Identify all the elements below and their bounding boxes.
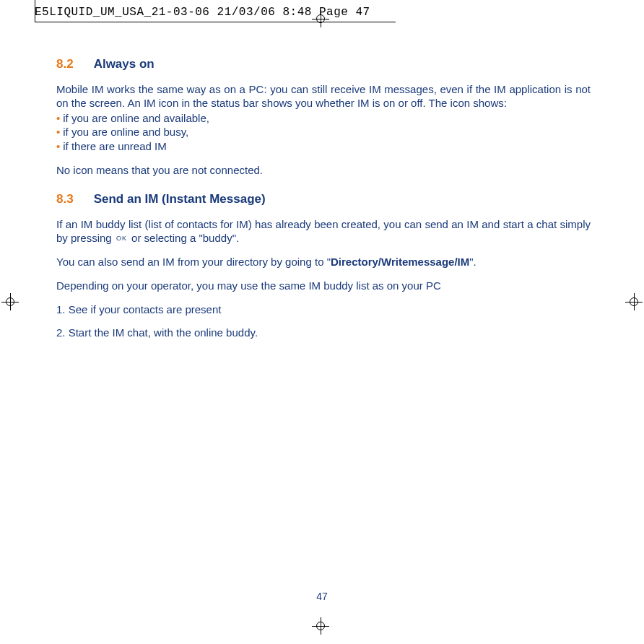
s83-p3: Depending on your operator, you may use … — [56, 279, 591, 292]
registration-mark-left — [1, 293, 19, 310]
bullet-list: •if you are online and available, •if yo… — [56, 111, 591, 153]
step-2: 2. Start the IM chat, with the online bu… — [56, 326, 591, 339]
s83-p2b: Directory/Writemessage/IM — [331, 256, 469, 268]
bullet-icon: • — [56, 140, 60, 152]
ok-key-icon: OK — [115, 235, 129, 243]
section-title-8-3: Send an IM (Instant Message) — [94, 192, 266, 206]
section-number-8-3: 8.3 — [56, 192, 74, 206]
section-title-8-2: Always on — [94, 57, 155, 71]
bullet-item: •if you are online and busy, — [56, 125, 591, 139]
bullet-item: •if there are unread IM — [56, 139, 591, 153]
page-content: 8.2Always on Mobile IM works the same wa… — [56, 56, 591, 348]
step-1: 1. See if your contacts are present — [56, 303, 591, 316]
crop-line-top — [35, 22, 396, 22]
registration-mark-top — [312, 10, 329, 27]
bullet-text: if you are online and busy, — [63, 126, 188, 138]
bullet-icon: • — [56, 112, 60, 124]
bullet-icon: • — [56, 126, 60, 138]
s83-p2: You can also send an IM from your direct… — [56, 255, 591, 269]
heading-8-2: 8.2Always on — [56, 56, 591, 72]
page-number: 47 — [0, 591, 644, 602]
bullet-text: if there are unread IM — [63, 140, 166, 152]
s83-p1b: or selecting a "buddy". — [129, 232, 239, 244]
bullet-item: •if you are online and available, — [56, 111, 591, 125]
s83-p2a: You can also send an IM from your direct… — [56, 256, 331, 268]
heading-8-3: 8.3Send an IM (Instant Message) — [56, 191, 591, 207]
intro-paragraph: Mobile IM works the same way as on a PC:… — [56, 82, 591, 110]
s83-p1: If an IM buddy list (list of contacts fo… — [56, 217, 591, 245]
bullet-text: if you are online and available, — [63, 112, 209, 124]
registration-mark-right — [625, 293, 643, 310]
section-number-8-2: 8.2 — [56, 57, 74, 71]
closing-paragraph: No icon means that you are not connected… — [56, 163, 591, 177]
s83-p2c: ". — [469, 256, 477, 268]
registration-mark-bottom — [312, 617, 329, 635]
